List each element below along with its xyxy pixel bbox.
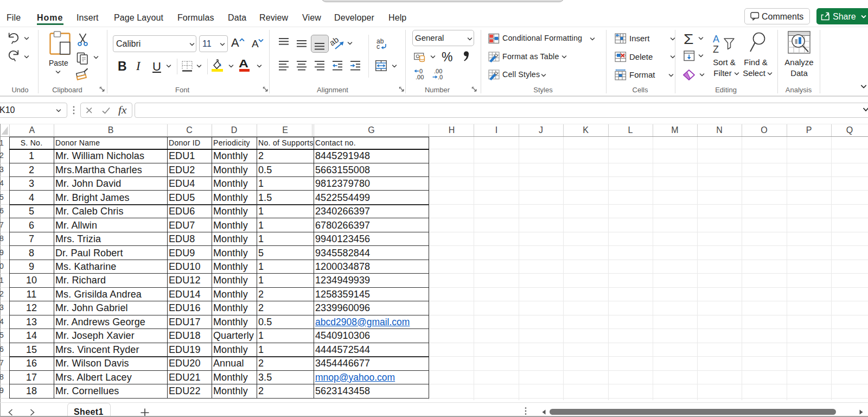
svg-text:.0: .0 bbox=[438, 74, 443, 80]
svg-text:A: A bbox=[713, 34, 719, 45]
svg-text:Z: Z bbox=[713, 44, 719, 55]
svg-text:c: c bbox=[376, 43, 380, 50]
svg-text:.00: .00 bbox=[416, 74, 424, 80]
